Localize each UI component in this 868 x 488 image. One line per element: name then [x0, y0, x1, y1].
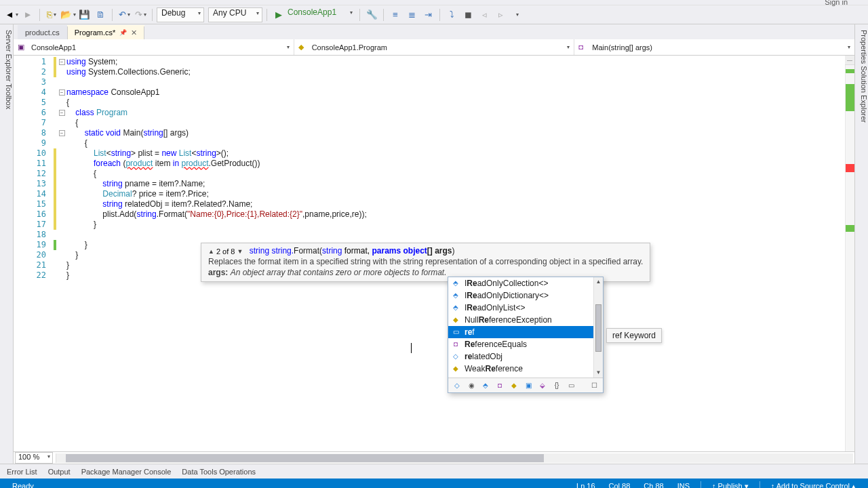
- intellisense-item-icon: ⬘: [451, 303, 460, 312]
- main-toolbar: ◄ ► ⎘ 📂 💾 🗎 ↶ ↷ Debug Any CPU ▶ ConsoleA…: [0, 5, 868, 24]
- signin-link[interactable]: Sign in: [825, 0, 848, 6]
- nav-fwd-button[interactable]: ►: [20, 7, 35, 22]
- new-project-button[interactable]: ⎘: [44, 7, 59, 22]
- status-bar: Ready Ln 16 Col 88 Ch 88 INS ↑ Publish ▾…: [0, 479, 868, 488]
- intellisense-item-icon: ◇: [451, 352, 460, 361]
- start-button[interactable]: ▶: [271, 7, 286, 22]
- save-all-button[interactable]: 🗎: [93, 7, 108, 22]
- sig-description: Replaces the format item in a specified …: [208, 257, 643, 266]
- nav-member-select[interactable]: ◘Main(string[] args): [574, 39, 854, 55]
- comment-button[interactable]: ≡: [388, 7, 403, 22]
- line-number-gutter: 12345678910111213141516171819202122: [14, 56, 53, 451]
- open-file-button[interactable]: 📂: [60, 7, 75, 22]
- filter-const-icon[interactable]: ◉: [465, 380, 477, 391]
- undo-button[interactable]: ↶: [117, 7, 132, 22]
- right-side-panels[interactable]: Properties Solution Explorer: [854, 24, 868, 464]
- status-ins: INS: [671, 482, 696, 488]
- prev-bookmark-button[interactable]: ◃: [477, 7, 492, 22]
- nav-bar: ▣ConsoleApp1 ◆ConsoleApp1.Program ◘Main(…: [14, 39, 854, 56]
- filter-method-icon[interactable]: ◘: [494, 380, 506, 391]
- uncomment-button[interactable]: ≣: [404, 7, 419, 22]
- nav-class-select[interactable]: ◆ConsoleApp1.Program: [294, 39, 575, 55]
- status-line: Ln 16: [570, 482, 602, 488]
- platform-select[interactable]: Any CPU: [208, 7, 262, 22]
- status-col: Col 88: [602, 482, 637, 488]
- sig-next-icon[interactable]: ▼: [237, 248, 243, 255]
- intellisense-item[interactable]: ◇relatedObj: [448, 350, 603, 363]
- text-caret: [411, 343, 412, 353]
- filter-ns-icon[interactable]: {}: [551, 380, 563, 391]
- sig-prev-icon[interactable]: ▲: [208, 248, 214, 255]
- overview-ruler[interactable]: —: [845, 56, 854, 451]
- status-source-control[interactable]: ↕ Add to Source Control ▴: [764, 482, 863, 489]
- status-ready: Ready: [5, 482, 41, 488]
- intellisense-item-icon: ◘: [451, 340, 460, 349]
- fold-column: −−−−: [57, 56, 66, 451]
- tab-strip: product.cs Program.cs* 📌 ✕: [14, 24, 854, 39]
- filter-snippet-icon[interactable]: ☐: [588, 380, 600, 391]
- save-button[interactable]: 💾: [77, 7, 92, 22]
- start-target-select[interactable]: ConsoleApp1: [288, 7, 355, 22]
- redo-button[interactable]: ↷: [133, 7, 148, 22]
- tab-program-cs[interactable]: Program.cs* 📌 ✕: [67, 25, 145, 39]
- close-tab-icon[interactable]: ✕: [131, 28, 137, 37]
- filter-property-icon[interactable]: ⬘: [479, 380, 492, 391]
- fold-toggle[interactable]: −: [59, 89, 65, 96]
- intellisense-item-icon: ◆: [451, 364, 460, 373]
- intellisense-item[interactable]: ◆WeakReference<>: [448, 375, 603, 378]
- bottom-tool-tabs: Error List Output Package Manager Consol…: [0, 464, 868, 479]
- indent-button[interactable]: ⇥: [420, 7, 435, 22]
- intellisense-item-icon: ▭: [451, 327, 460, 337]
- bottom-tab-output[interactable]: Output: [48, 468, 71, 476]
- nav-project-select[interactable]: ▣ConsoleApp1: [14, 39, 294, 55]
- sig-overload-count: 2 of 8: [216, 247, 235, 256]
- intellisense-item[interactable]: ▭ref: [448, 326, 603, 338]
- fold-toggle[interactable]: −: [59, 110, 65, 116]
- intellisense-item[interactable]: ⬘IReadOnlyList<>: [448, 302, 603, 314]
- split-icon[interactable]: —: [845, 56, 854, 65]
- fold-toggle[interactable]: −: [59, 59, 65, 65]
- intellisense-item[interactable]: ◘ReferenceEquals: [448, 338, 603, 350]
- config-select[interactable]: Debug: [157, 7, 204, 22]
- intellisense-popup[interactable]: ⬘IReadOnlyCollection<>⬘IReadOnlyDictiona…: [448, 277, 604, 393]
- tb-misc1[interactable]: 🔧: [364, 7, 379, 22]
- intellisense-item-icon: ⬘: [451, 291, 460, 300]
- intellisense-item[interactable]: ⬘IReadOnlyDictionary<>: [448, 289, 603, 302]
- bottom-tab-pmc[interactable]: Package Manager Console: [81, 468, 172, 476]
- step-into-button[interactable]: ⤵: [444, 7, 459, 22]
- status-ch: Ch 88: [637, 482, 670, 488]
- intellisense-item-icon: ⬘: [451, 279, 460, 288]
- intellisense-item-icon: ◆: [451, 376, 460, 378]
- filter-struct-icon[interactable]: ▣: [522, 380, 534, 391]
- filter-local-icon[interactable]: ◇: [451, 380, 463, 391]
- pin-icon[interactable]: 📌: [119, 29, 127, 36]
- tb-overflow[interactable]: [509, 7, 524, 22]
- bookmark-button[interactable]: ◼: [460, 7, 475, 22]
- intellisense-filter-bar: ◇ ◉ ⬘ ◘ ◆ ▣ ⬙ {} ▭ ☐: [448, 378, 603, 392]
- filter-class-icon[interactable]: ◆: [508, 380, 520, 391]
- intellisense-item[interactable]: ◆WeakReference: [448, 363, 603, 375]
- left-side-panels[interactable]: Server Explorer Toolbox: [0, 24, 14, 464]
- tab-product-cs[interactable]: product.cs: [18, 25, 67, 39]
- fold-toggle[interactable]: −: [59, 130, 65, 136]
- horizontal-scrollbar[interactable]: [56, 453, 853, 463]
- intellisense-item[interactable]: ◆NullReferenceException: [448, 314, 603, 326]
- filter-keyword-icon[interactable]: ▭: [565, 380, 577, 391]
- filter-delegate-icon[interactable]: ⬙: [536, 380, 549, 391]
- intellisense-item-icon: ◆: [451, 315, 460, 325]
- nav-back-button[interactable]: ◄: [4, 7, 19, 22]
- intellisense-item[interactable]: ⬘IReadOnlyCollection<>: [448, 277, 603, 289]
- intellisense-item-tooltip: ref Keyword: [606, 328, 662, 343]
- status-publish[interactable]: ↑ Publish ▾: [705, 482, 755, 489]
- intellisense-scrollbar[interactable]: ▲ ▼: [593, 277, 603, 378]
- zoom-select[interactable]: 100 %: [15, 452, 53, 464]
- next-bookmark-button[interactable]: ▹: [493, 7, 508, 22]
- bottom-tab-errorlist[interactable]: Error List: [7, 468, 37, 476]
- bottom-tab-datatools[interactable]: Data Tools Operations: [182, 468, 256, 476]
